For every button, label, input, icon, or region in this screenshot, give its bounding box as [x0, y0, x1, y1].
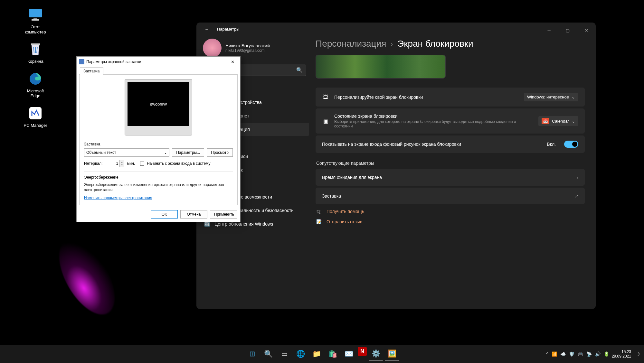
row-title: Персонализируйте свой экран блокировки — [334, 95, 519, 100]
desktop-icons: Этоткомпьютер Корзина MicrosoftEdge PC M… — [18, 6, 53, 128]
tray-icon[interactable]: 🎮 — [578, 351, 583, 357]
screensaver-app-icon — [79, 59, 84, 64]
desktop-icon-label: Корзина — [27, 59, 43, 64]
feedback-link[interactable]: 📝 Отправить отзыв — [316, 217, 585, 227]
row-title: Показывать на экране входа фоновый рисун… — [322, 142, 542, 147]
tray-icon[interactable]: 🔊 — [595, 351, 601, 357]
calendar-icon: 📅 — [542, 118, 549, 124]
ok-button[interactable]: ОК — [151, 210, 178, 219]
tray-icon[interactable]: 📡 — [586, 351, 592, 357]
status-row[interactable]: ▣ Состояние экрана блокировки Выберите п… — [316, 108, 585, 134]
screen-timeout-link[interactable]: Время ожидания для экрана › — [316, 169, 585, 186]
resume-label: Начинать с экрана входа в систему — [147, 161, 210, 166]
spin-down[interactable]: ▼ — [120, 163, 124, 167]
screensaver-tab[interactable]: Заставка — [80, 67, 103, 75]
notifications-icon[interactable]: ☽ — [636, 351, 640, 357]
lockscreen-icon: 🖼 — [322, 94, 329, 101]
wallpaper-decoration — [48, 230, 126, 323]
apply-button[interactable]: Применить — [210, 210, 237, 219]
svg-rect-0 — [29, 9, 42, 17]
settings-titlebar: ← Параметры ─ ▢ ✕ — [196, 23, 596, 35]
taskbar-settings-icon[interactable]: ⚙️ — [369, 347, 383, 361]
desktop-icon-computer[interactable]: Этоткомпьютер — [18, 6, 53, 34]
status-dropdown[interactable]: 📅Calendar ⌄ — [538, 116, 578, 126]
energy-title: Энергосбережение — [84, 175, 233, 180]
clock[interactable]: 15:23 29.09.2021 — [612, 349, 631, 359]
desktop-icon-recyclebin[interactable]: Корзина — [18, 41, 53, 64]
taskbar-screensaver-icon[interactable]: 🖼️ — [385, 347, 399, 361]
taskbar-edge-icon[interactable]: 🌐 — [293, 347, 308, 361]
spin-up[interactable]: ▲ — [120, 160, 124, 163]
maximize-button[interactable]: ▢ — [558, 25, 577, 35]
desktop-icon-label: Этоткомпьютер — [25, 24, 46, 34]
svg-rect-1 — [33, 18, 37, 19]
settings-window: ← Параметры ─ ▢ ✕ Никита Богуславский ni… — [196, 23, 596, 309]
taskbar-taskview-icon[interactable]: ▭ — [277, 347, 291, 361]
tray-icon[interactable]: 🛡️ — [569, 351, 574, 357]
taskbar-netflix-icon[interactable]: N — [358, 347, 367, 356]
user-name: Никита Богуславский — [225, 43, 270, 48]
params-button[interactable]: Параметры... — [172, 148, 204, 157]
chevron-down-icon: ⌄ — [572, 95, 575, 99]
tray-icon[interactable]: ☁️ — [560, 351, 566, 357]
energy-text: Энергосбережение за счет изменения яркос… — [84, 182, 233, 192]
window-title: Параметры — [217, 27, 239, 32]
breadcrumb-parent[interactable]: Персонализация — [316, 39, 386, 49]
time: 15:23 — [612, 349, 631, 354]
external-icon: ↗ — [574, 193, 578, 199]
personalize-row[interactable]: 🖼 Персонализируйте свой экран блокировки… — [316, 88, 585, 107]
svg-rect-2 — [32, 19, 39, 21]
tray-icon[interactable]: ^ — [546, 351, 548, 357]
interval-input[interactable] — [105, 160, 119, 167]
taskbar-start-icon[interactable]: ⊞ — [245, 347, 259, 361]
bg-on-login-row: Показывать на экране входа фоновый рисун… — [316, 135, 585, 153]
taskbar: ⊞🔍▭🌐📁🛍️✉️N⚙️🖼️ ^📶☁️🛡️🎮📡🔊🔋 15:23 29.09.20… — [0, 345, 644, 363]
pcmanager-icon — [27, 105, 44, 122]
personalize-dropdown[interactable]: Windows: интересное ⌄ — [524, 93, 578, 101]
interval-spinner[interactable]: ▲▼ — [105, 160, 124, 167]
bg-on-login-toggle[interactable] — [564, 141, 578, 148]
energy-link[interactable]: Изменить параметры электропитания — [84, 196, 152, 200]
breadcrumb: Персонализация › Экран блокировки — [316, 39, 585, 49]
chevron-down-icon: ⌄ — [572, 119, 575, 124]
close-button[interactable]: ✕ — [227, 58, 238, 66]
back-button[interactable]: ← — [203, 25, 211, 33]
resume-checkbox[interactable] — [140, 162, 144, 166]
desktop-icon-pcmanager[interactable]: PC Manager — [18, 105, 53, 128]
taskbar-search-icon[interactable]: 🔍 — [261, 347, 275, 361]
screensaver-dialog: Параметры экранной заставки ✕ Заставка W… — [76, 56, 241, 222]
chevron-right-icon: › — [391, 40, 393, 48]
avatar — [203, 39, 222, 57]
search-icon: 🔍 — [296, 67, 303, 73]
cancel-button[interactable]: Отмена — [180, 210, 207, 219]
tray-icon[interactable]: 📶 — [552, 351, 557, 357]
breadcrumb-current: Экран блокировки — [397, 39, 473, 49]
desktop-icon-label: PC Manager — [24, 123, 47, 128]
tray-icon[interactable]: 🔋 — [604, 351, 609, 357]
screensaver-group-label: Заставка — [84, 142, 233, 146]
taskbar-explorer-icon[interactable]: 📁 — [309, 347, 324, 361]
screensaver-titlebar[interactable]: Параметры экранной заставки ✕ — [77, 57, 240, 67]
close-button[interactable]: ✕ — [577, 25, 596, 35]
edge-icon — [27, 70, 44, 87]
date: 29.09.2021 — [612, 354, 631, 358]
minimize-button[interactable]: ─ — [540, 25, 558, 35]
taskbar-mail-icon[interactable]: ✉️ — [342, 347, 356, 361]
nav-label: Центр обновления Windows — [214, 221, 273, 227]
computer-icon — [27, 6, 44, 23]
preview-button[interactable]: Просмотр — [207, 148, 233, 157]
get-help-link[interactable]: 🗯 Получить помощь — [316, 206, 585, 217]
row-subtitle: Выберите приложение, для которого на экр… — [334, 119, 533, 128]
chevron-right-icon: › — [577, 175, 578, 180]
toggle-label: Вкл. — [547, 142, 556, 147]
row-title: Состояние экрана блокировки — [334, 114, 533, 119]
desktop-icon-edge[interactable]: MicrosoftEdge — [18, 70, 53, 98]
taskbar-store-icon[interactable]: 🛍️ — [326, 347, 340, 361]
feedback-icon: 📝 — [316, 219, 322, 224]
chevron-down-icon: ⌄ — [164, 150, 167, 155]
status-icon: ▣ — [322, 117, 329, 125]
desktop-icon-label: MicrosoftEdge — [27, 88, 44, 98]
lockscreen-preview — [316, 55, 446, 79]
screensaver-select[interactable]: Объемный текст⌄ — [84, 148, 169, 157]
screensaver-link[interactable]: Заставка ↗ — [316, 188, 585, 204]
